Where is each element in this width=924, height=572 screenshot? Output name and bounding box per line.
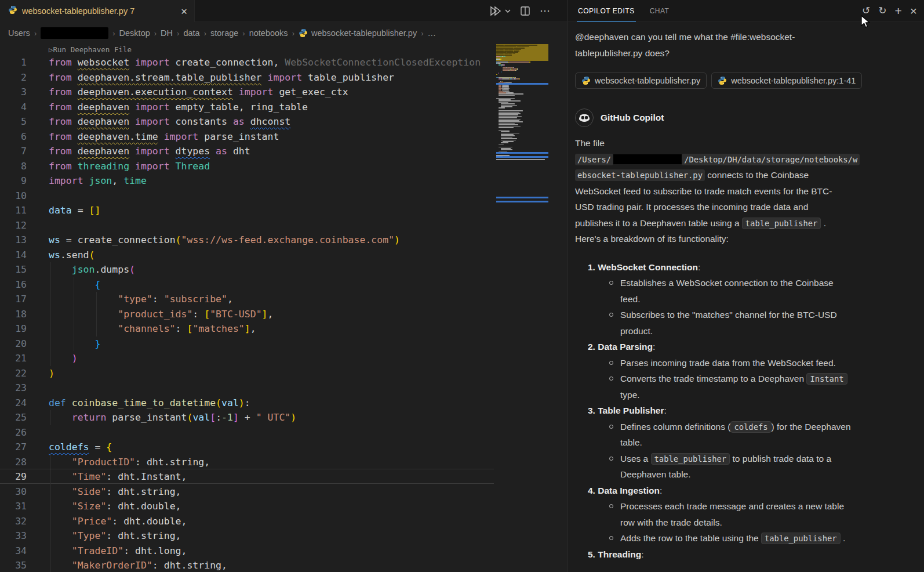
undo-icon[interactable]: ↺ <box>862 6 870 16</box>
code-token: { <box>106 441 112 452</box>
response-text: connects to the Coinbase <box>705 170 809 180</box>
breadcrumb-item[interactable]: storage <box>210 28 238 38</box>
file-context-chip[interactable]: websocket-tablepublisher.py:1-41 <box>711 73 862 89</box>
code-token: , <box>176 486 181 497</box>
minimap-selection-highlight <box>496 83 548 85</box>
indent-guide <box>50 469 51 484</box>
code-token: json <box>72 264 95 275</box>
redo-icon[interactable]: ↻ <box>878 6 886 16</box>
line-number: 18 <box>0 307 27 322</box>
response-text: Adds the row to the table using the <box>620 533 761 543</box>
code-token: "Price" <box>72 516 112 527</box>
code-editor[interactable]: ▷Run Deephaven File 1from websocket impo… <box>0 44 494 572</box>
run-python-file-button[interactable] <box>489 5 511 17</box>
response-text: WebSocket feed to subscribe to trade mat… <box>575 186 832 196</box>
code-token: [ <box>187 323 192 334</box>
code-token: "product_ids" <box>118 309 192 320</box>
breadcrumb-item[interactable]: websocket-tablepublisher.py <box>299 28 417 38</box>
response-text: ) for the Deephaven <box>772 422 851 432</box>
split-editor-button[interactable] <box>520 6 530 16</box>
run-deephaven-file-codelens[interactable]: ▷Run Deephaven File <box>49 45 132 54</box>
code-token <box>49 353 72 364</box>
tab-websocket-tablepublisher[interactable]: websocket-tablepublisher.py 7 × <box>0 0 195 22</box>
code-token <box>129 146 135 157</box>
line-number: 11 <box>0 203 27 218</box>
code-line: 5from deephaven import constants as dhco… <box>0 114 494 129</box>
code-token: dht.string <box>147 457 204 468</box>
line-number: 6 <box>0 129 27 144</box>
line-number: 34 <box>0 544 27 559</box>
line-number: 24 <box>0 396 27 411</box>
code-token <box>49 338 94 349</box>
code-line: 22) <box>0 366 494 381</box>
code-token: constants <box>176 116 227 127</box>
response-paragraph-line: publishes it to a Deephaven table using … <box>575 215 903 231</box>
breadcrumb-item[interactable]: Desktop <box>119 28 150 38</box>
code-token: ws <box>49 249 60 260</box>
bullet-circle-icon <box>609 504 613 508</box>
code-line: 1from websocket import create_connection… <box>0 55 494 70</box>
line-number: 27 <box>0 440 27 455</box>
line-number: 2 <box>0 70 27 85</box>
indent-guide <box>50 514 51 529</box>
indent-guide <box>50 484 51 499</box>
line-number: 32 <box>0 514 27 529</box>
tab-copilot-edits[interactable]: COPILOT EDITS <box>577 0 636 22</box>
close-panel-icon[interactable]: × <box>910 5 917 17</box>
code-token: : <box>152 560 164 571</box>
response-paragraph-line: Here's a breakdown of its functionality: <box>575 231 903 247</box>
code-token: "matches" <box>192 323 244 334</box>
file-context-chip[interactable]: websocket-tablepublisher.py <box>575 73 707 89</box>
line-number: 16 <box>0 277 27 292</box>
minimap-selection-highlight <box>496 156 548 158</box>
new-session-icon[interactable]: + <box>894 5 901 17</box>
indent-guide <box>50 262 51 277</box>
code-token <box>129 116 135 127</box>
breadcrumb: Users››Desktop›DH›data›storage›notebooks… <box>0 22 567 44</box>
code-line: 17 "type": "subscribe", <box>0 292 494 307</box>
breadcrumb-item[interactable]: notebooks <box>249 28 288 38</box>
code-line: 6from deephaven.time import parse_instan… <box>0 129 494 144</box>
chevron-right-icon: › <box>242 29 245 38</box>
code-token: table_publisher <box>308 72 394 83</box>
code-line: 28 "ProductID": dht.string, <box>0 455 494 470</box>
code-token: ] <box>262 309 268 320</box>
chevron-right-icon: › <box>421 29 423 38</box>
code-token <box>49 457 72 468</box>
tab-chat[interactable]: CHAT <box>649 0 671 22</box>
list-item-heading: 4. Data Ingestion: <box>575 483 903 499</box>
code-token: from <box>49 161 78 172</box>
breadcrumb-item[interactable]: … <box>427 28 436 38</box>
code-token: create_connection <box>176 57 274 68</box>
code-token: from <box>49 86 78 97</box>
code-token: import <box>268 72 308 83</box>
code-token <box>49 560 72 571</box>
response-paragraph-line: USD trading pair. It processes the incom… <box>575 199 903 215</box>
chevron-right-icon: › <box>292 29 294 38</box>
minimap[interactable] <box>494 44 552 218</box>
code-line: 11data = [] <box>0 203 494 218</box>
response-paragraph-line: WebSocket feed to subscribe to trade mat… <box>575 183 903 200</box>
code-token: : <box>245 397 250 408</box>
breadcrumb-item[interactable]: DH <box>161 28 173 38</box>
code-token: , <box>227 294 233 305</box>
code-token: deephaven.time <box>78 131 158 142</box>
response-text: row with the trade details. <box>620 517 722 527</box>
indent-guide <box>50 499 51 514</box>
code-token: ( <box>216 397 221 408</box>
code-line: 8from threading import Thread <box>0 159 494 174</box>
run-icon <box>489 5 503 17</box>
chevron-right-icon: › <box>204 29 206 38</box>
more-actions-button[interactable]: ⋯ <box>540 5 551 17</box>
tab-close-icon[interactable]: × <box>181 6 187 17</box>
indent-guide <box>96 307 97 322</box>
code-line: 26 <box>0 425 494 440</box>
breadcrumb-item[interactable] <box>41 27 108 39</box>
code-token: deephaven.execution_context <box>78 86 233 97</box>
code-token: ws <box>49 234 60 245</box>
breadcrumb-item[interactable]: Users <box>8 28 30 38</box>
code-token <box>49 486 72 497</box>
breadcrumb-item[interactable]: data <box>183 28 199 38</box>
code-token: : <box>216 412 221 423</box>
code-token: deephaven.stream.table_publisher <box>78 72 262 83</box>
